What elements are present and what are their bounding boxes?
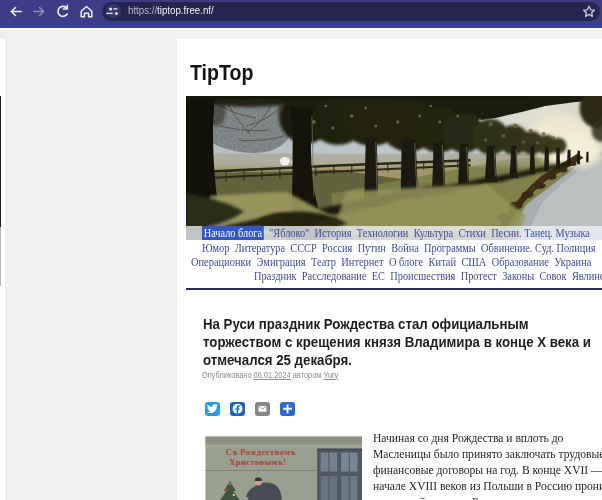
svg-text:Съ Рождествомъ: Съ Рождествомъ	[225, 446, 295, 456]
svg-text:Христовымъ!: Христовымъ!	[229, 457, 286, 467]
